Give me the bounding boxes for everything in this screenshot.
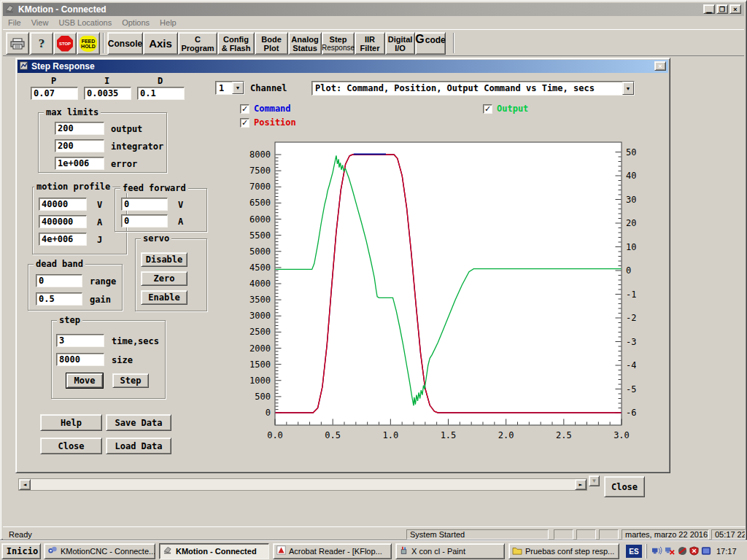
- d-label: D: [158, 76, 163, 86]
- scroll-down-icon[interactable]: ▼: [589, 475, 600, 486]
- taskbar-task-kmotioncnc[interactable]: KMotionCNC - Connecte...: [44, 543, 155, 559]
- task-label: Pruebas conf step resp...: [525, 547, 614, 556]
- display-icon[interactable]: [701, 546, 711, 557]
- step-button[interactable]: Step: [112, 373, 149, 388]
- app-icon: [4, 4, 15, 15]
- load-data-button[interactable]: Load Data: [106, 438, 171, 454]
- checkmark-icon: ✓: [240, 104, 249, 114]
- svg-text:50: 50: [626, 147, 636, 158]
- profile-a-label: A: [97, 217, 102, 228]
- channel-label: Channel: [250, 83, 287, 93]
- help-button[interactable]: ?: [30, 32, 53, 55]
- menu-options[interactable]: Options: [117, 16, 155, 29]
- toolbar-label: I/O: [395, 44, 406, 52]
- max-integrator-label: integrator: [111, 141, 163, 152]
- toolbar-stepresponse-button[interactable]: StepResponse: [322, 32, 355, 55]
- toolbar-label: Program: [181, 44, 214, 52]
- plot-select[interactable]: Plot: Command, Position, Output Command …: [311, 81, 635, 96]
- taskbar-task-kmotion[interactable]: KMotion - Connected: [159, 543, 269, 559]
- enable-button[interactable]: Enable: [141, 290, 187, 305]
- toolbar-bodeplot-button[interactable]: BodePlot: [255, 32, 288, 55]
- toolbar-iirfilter-button[interactable]: IIRFilter: [355, 32, 385, 55]
- toolbar-analogstatus-button[interactable]: AnalogStatus: [288, 32, 322, 55]
- disable-button[interactable]: Disable: [141, 252, 187, 267]
- toolbar-axis-button[interactable]: Axis: [143, 32, 178, 55]
- move-button[interactable]: Move: [66, 373, 103, 388]
- stop-button[interactable]: STOP: [53, 32, 77, 55]
- language-indicator[interactable]: ES: [626, 545, 642, 558]
- toolbar-gcode-button[interactable]: Gcode: [415, 32, 446, 55]
- horizontal-scrollbar[interactable]: ◄ ►: [18, 478, 587, 491]
- taskbar-task-folder[interactable]: Pruebas conf step resp...: [508, 543, 619, 559]
- main-titlebar[interactable]: KMotion - Connected ▁ ❐ ×: [3, 3, 744, 16]
- save-data-button[interactable]: Save Data: [106, 414, 171, 431]
- p-field[interactable]: [31, 87, 78, 100]
- range-field[interactable]: [36, 274, 82, 287]
- max-error-field[interactable]: [55, 157, 104, 170]
- chevron-down-icon[interactable]: ▼: [232, 82, 244, 94]
- dialog-close-icon[interactable]: ×: [654, 61, 666, 71]
- close-dialog-button[interactable]: Close: [40, 438, 102, 454]
- toolbar-cprogram-button[interactable]: CProgram: [178, 32, 217, 55]
- close-button[interactable]: ×: [729, 4, 741, 14]
- max-output-field[interactable]: [55, 122, 104, 135]
- gain-label: gain: [90, 295, 111, 305]
- restore-button[interactable]: ❐: [716, 4, 728, 14]
- ff-a-field[interactable]: [121, 214, 168, 228]
- scroll-left-icon[interactable]: ◄: [19, 479, 31, 490]
- output-checkbox[interactable]: ✓ Output: [483, 104, 528, 114]
- profile-j-field[interactable]: [39, 233, 87, 246]
- svg-text:1.0: 1.0: [382, 430, 398, 440]
- svg-text:1500: 1500: [249, 359, 271, 370]
- svg-text:-60: -60: [626, 408, 636, 418]
- cam-block-icon[interactable]: [678, 546, 687, 557]
- command-checkbox[interactable]: ✓ Command: [240, 104, 291, 114]
- taskbar-task-acrobat[interactable]: Acrobat Reader - [KFlop...: [273, 543, 392, 559]
- kmotion-icon: [163, 545, 173, 557]
- taskbar-task-paint[interactable]: X con cl - Paint: [395, 543, 505, 559]
- dialog-titlebar[interactable]: Step Response ×: [18, 60, 668, 73]
- status-blank-3: [599, 529, 619, 540]
- menu-view[interactable]: View: [26, 16, 54, 29]
- ff-a-label: A: [178, 217, 183, 227]
- toolbar-label: Plot: [264, 44, 279, 52]
- toolbar-label: C: [195, 35, 201, 44]
- toolbar-label: IIR: [365, 35, 375, 44]
- position-checkbox[interactable]: ✓ Position: [240, 117, 296, 128]
- toolbar-console-button[interactable]: Console: [107, 32, 143, 55]
- minimize-button[interactable]: ▁: [703, 4, 715, 14]
- gain-field[interactable]: [36, 292, 82, 306]
- toolbar-separator: [103, 33, 104, 53]
- step-size-field[interactable]: [56, 353, 104, 366]
- menu-usb-locations[interactable]: USB Locations: [53, 16, 117, 29]
- step-time-field[interactable]: [56, 334, 104, 347]
- i-field[interactable]: [84, 87, 131, 100]
- toolbar-configflash-button[interactable]: Config& Flash: [217, 32, 255, 55]
- d-field[interactable]: [137, 87, 185, 100]
- toolbar-label: Axis: [149, 37, 172, 50]
- feedhold-button[interactable]: FEEDHOLD: [77, 32, 100, 55]
- zero-button[interactable]: Zero: [141, 271, 187, 286]
- svg-text:5500: 5500: [249, 230, 271, 241]
- bottom-close-button[interactable]: Close: [604, 476, 645, 497]
- ff-v-field[interactable]: [121, 198, 168, 211]
- menu-file[interactable]: File: [3, 16, 26, 29]
- max-integrator-field[interactable]: [55, 139, 104, 152]
- scroll-right-icon[interactable]: ►: [575, 479, 587, 490]
- toolbar-label: Config: [223, 35, 249, 44]
- motion-profile-group: motion profile V A J: [32, 187, 127, 254]
- start-button[interactable]: Inicio: [1, 543, 41, 559]
- print-button[interactable]: [6, 32, 29, 55]
- net-audio-icon[interactable]: [651, 546, 662, 557]
- net-x-icon[interactable]: [665, 546, 676, 557]
- chevron-down-icon[interactable]: ▼: [622, 82, 634, 95]
- toolbar-digitalio-button[interactable]: DigitalI/O: [385, 32, 415, 55]
- profile-a-field[interactable]: [39, 215, 87, 228]
- shield-icon[interactable]: [689, 546, 699, 557]
- profile-v-field[interactable]: [39, 198, 87, 211]
- svg-text:3500: 3500: [249, 295, 271, 305]
- channel-select[interactable]: 1▼: [215, 81, 244, 95]
- menu-help[interactable]: Help: [155, 16, 182, 29]
- svg-text:0: 0: [266, 408, 271, 418]
- help-dialog-button[interactable]: Help: [40, 414, 102, 431]
